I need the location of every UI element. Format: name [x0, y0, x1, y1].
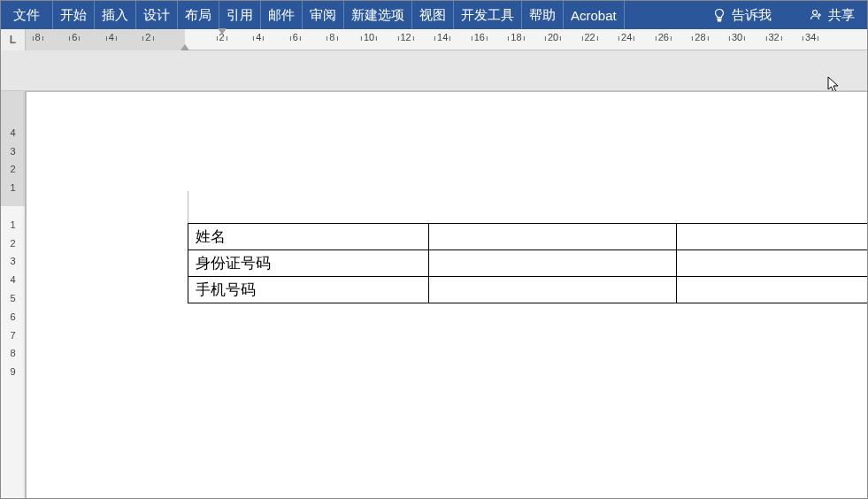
h-ruler-tick: 4 — [251, 32, 265, 42]
tell-me[interactable]: 告诉我 — [703, 1, 780, 29]
lightbulb-icon — [712, 8, 726, 22]
table-cell[interactable] — [429, 250, 677, 277]
h-ruler-tick: 14 — [433, 32, 452, 42]
h-ruler-tick: 8 — [325, 32, 339, 42]
h-ruler-tick: 10 — [359, 32, 379, 42]
hanging-indent-marker[interactable] — [181, 44, 189, 50]
h-ruler-tick: 18 — [506, 32, 526, 42]
table-cell[interactable] — [429, 277, 677, 303]
table-cell[interactable]: 姓名 — [188, 224, 429, 250]
v-ruler-tick: 3 — [10, 146, 15, 157]
app-window: 文件开始插入设计布局引用邮件审阅新建选项视图开发工具帮助Acrobat告诉我共享… — [0, 0, 868, 499]
table-row[interactable]: 姓名 — [188, 224, 868, 250]
h-ruler-tick: 20 — [543, 32, 563, 42]
ribbon-tab-11[interactable]: 帮助 — [522, 1, 564, 29]
ribbon-tab-12[interactable]: Acrobat — [564, 1, 625, 29]
workspace: 4321123456789 姓名身份证号码手机号码 — [1, 91, 867, 498]
ruler-area: L 8642246810121416182022242628303234 — [1, 29, 867, 91]
ribbon-tab-10[interactable]: 开发工具 — [454, 1, 522, 29]
h-ruler-tick: 24 — [617, 32, 636, 42]
h-ruler-tick: 22 — [580, 32, 599, 42]
v-ruler-tick: 2 — [10, 164, 15, 174]
share-button[interactable]: 共享 — [800, 1, 867, 29]
h-ruler-tick: 6 — [67, 32, 81, 42]
table-anchor-line — [188, 191, 188, 223]
table-row[interactable]: 手机号码 — [188, 277, 868, 303]
h-ruler-tick: 8 — [31, 32, 45, 42]
ribbon-tab-2[interactable]: 插入 — [95, 1, 136, 29]
ribbon-tab-5[interactable]: 引用 — [219, 1, 261, 29]
ribbon-tab-0[interactable]: 文件 — [1, 1, 53, 29]
v-ruler-tick: 4 — [10, 274, 15, 285]
first-line-indent-marker[interactable] — [218, 28, 227, 35]
person-share-icon — [809, 8, 823, 22]
v-ruler-tick: 1 — [10, 219, 15, 230]
ribbon-tab-7[interactable]: 审阅 — [303, 1, 344, 29]
v-ruler-tick: 2 — [10, 238, 15, 249]
table-cell[interactable] — [677, 277, 868, 303]
vertical-ruler[interactable]: 4321123456789 — [1, 91, 26, 498]
table-cell[interactable] — [677, 250, 868, 277]
ribbon-tab-6[interactable]: 邮件 — [261, 1, 303, 29]
v-ruler-tick: 1 — [10, 182, 15, 193]
v-ruler-tick: 7 — [10, 330, 15, 341]
h-ruler-tick: 28 — [690, 32, 710, 42]
page-area: 姓名身份证号码手机号码 — [26, 91, 867, 498]
document-page[interactable]: 姓名身份证号码手机号码 — [26, 91, 867, 498]
ribbon-tabs: 文件开始插入设计布局引用邮件审阅新建选项视图开发工具帮助Acrobat告诉我共享 — [1, 1, 867, 29]
ribbon-tab-1[interactable]: 开始 — [53, 1, 95, 29]
h-ruler-tick: 6 — [288, 32, 303, 42]
h-ruler-tick: 32 — [764, 32, 783, 42]
h-ruler-tick: 2 — [141, 32, 155, 42]
table-row[interactable]: 身份证号码 — [188, 250, 868, 277]
ruler-corner: L — [1, 29, 26, 50]
table-cell[interactable]: 手机号码 — [188, 277, 429, 303]
horizontal-ruler[interactable]: L 8642246810121416182022242628303234 — [1, 29, 867, 50]
svg-point-0 — [813, 11, 818, 15]
h-ruler-tick: 34 — [801, 32, 820, 42]
ribbon-tab-9[interactable]: 视图 — [412, 1, 454, 29]
table-cell[interactable]: 身份证号码 — [188, 250, 429, 277]
v-ruler-tick: 8 — [10, 348, 15, 358]
h-ruler-tick: 16 — [470, 32, 489, 42]
ribbon-tab-3[interactable]: 设计 — [136, 1, 178, 29]
document-table[interactable]: 姓名身份证号码手机号码 — [188, 223, 867, 303]
h-ruler-tick: 30 — [727, 32, 747, 42]
v-ruler-tick: 6 — [10, 311, 15, 322]
h-ruler-tick: 4 — [104, 32, 119, 42]
v-ruler-tick: 5 — [10, 293, 15, 303]
h-ruler-tick: 26 — [654, 32, 673, 42]
ribbon-tab-8[interactable]: 新建选项 — [344, 1, 412, 29]
h-ruler-tick: 12 — [396, 32, 415, 42]
ribbon-tab-4[interactable]: 布局 — [178, 1, 219, 29]
v-ruler-tick: 9 — [10, 366, 15, 377]
table-cell[interactable] — [429, 224, 677, 250]
table-cell[interactable] — [677, 224, 868, 250]
v-ruler-tick: 4 — [10, 127, 15, 138]
v-ruler-tick: 3 — [10, 256, 15, 266]
